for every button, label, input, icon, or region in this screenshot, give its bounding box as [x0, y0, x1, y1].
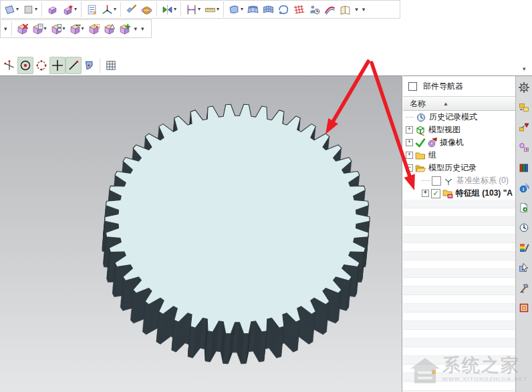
snap-intersection-toggle[interactable] [49, 57, 65, 74]
surface-button[interactable]: ▾ [227, 1, 245, 18]
tree-expander[interactable]: + [406, 126, 413, 134]
resource-bar-group [519, 82, 529, 93]
draft-body-button[interactable] [102, 20, 117, 37]
grid16-icon [105, 59, 117, 71]
swept-surface-button[interactable] [276, 1, 291, 18]
graphics-viewport[interactable] [0, 75, 402, 392]
tree-checkbox-unchecked[interactable] [432, 176, 441, 186]
through-curve-mesh-button[interactable] [261, 1, 276, 18]
name-column-header[interactable]: 名称 ▲ [403, 96, 515, 111]
toolbar-separator [100, 58, 101, 73]
surf-mesh-icon [263, 4, 274, 15]
measure-button[interactable]: ▾ [203, 1, 221, 18]
tree-item-label: 摄像机 [440, 137, 464, 148]
add-body-button[interactable] [117, 20, 132, 37]
pattern-feature-button[interactable]: ▾ [49, 20, 68, 37]
tree-expander[interactable]: + [422, 190, 429, 197]
toolbar-separator [180, 2, 182, 17]
toolbar-separator [41, 2, 43, 17]
flip-icon [162, 4, 173, 15]
toolbar1-overflow-dropdown[interactable]: ▾ [353, 6, 360, 13]
gear-model[interactable] [0, 76, 402, 392]
person-clock-icon [309, 4, 320, 15]
part-navigator-titlebar[interactable]: 部件导航器 [403, 76, 515, 96]
grid-snap-toggle[interactable] [103, 57, 119, 74]
isolate-feature-button[interactable] [86, 20, 102, 37]
surf-quarter-icon [229, 4, 240, 15]
sketch-in-task-button[interactable] [84, 1, 100, 18]
snap-center-point-toggle[interactable] [17, 57, 33, 74]
hd3d-tool-button[interactable] [307, 1, 322, 18]
cube-green-icon [415, 125, 426, 136]
snap-quadrant-point-toggle[interactable] [33, 57, 49, 74]
system-scenes-icon[interactable] [519, 303, 529, 313]
snap-point-on-curve-toggle[interactable] [65, 57, 82, 74]
render-style-button[interactable] [139, 1, 154, 18]
check-icon [415, 138, 426, 148]
snap-point-on-face-toggle[interactable] [82, 57, 98, 74]
toolbar2-options-dropdown[interactable]: ▾ [139, 25, 146, 32]
mirror-geometry-button[interactable]: ▾ [160, 1, 178, 18]
cube-list-icon [51, 23, 62, 35]
tree-item-feature-group[interactable]: +✓特征组 (103) "A [403, 187, 515, 200]
extrude-button[interactable] [45, 1, 60, 18]
constraint-navigator-icon[interactable] [519, 122, 529, 133]
tree-item-label: 特征组 (103) "A [456, 188, 513, 199]
feature-dimension-button[interactable]: ▾ [68, 20, 86, 37]
square-gray-icon [23, 4, 34, 15]
tree-checkbox-checked[interactable]: ✓ [431, 189, 440, 198]
display-mode-button[interactable]: ▾ [21, 1, 39, 18]
tree-item-model-views[interactable]: +模型视图 [403, 124, 515, 136]
snap-quad-icon [35, 59, 47, 71]
tree-expander[interactable]: + [406, 139, 413, 146]
csys-tree-icon [443, 176, 454, 186]
history-icon[interactable] [519, 222, 529, 233]
resource-bar-group [519, 222, 529, 233]
tree-item-groups[interactable]: +组 [403, 149, 515, 162]
toolbar2-overflow-dropdown[interactable]: ▾ [132, 25, 140, 32]
spine-curve-button[interactable] [322, 1, 338, 18]
panel-pin-icon [408, 82, 417, 91]
dropdown-arrow-icon: ▾ [82, 26, 84, 31]
tree-expander[interactable]: + [406, 152, 413, 159]
tree-expander[interactable]: − [406, 164, 413, 172]
notes-document-icon[interactable] [519, 202, 529, 213]
tree-item-cameras[interactable]: +摄像机 [403, 136, 515, 149]
prev-group-dropdown[interactable]: ▾ [2, 25, 9, 32]
tree-item-label: 组 [428, 150, 436, 161]
part-navigator-panel: 部件导航器 名称 ▲ 历史记录模式+模型视图+摄像机+组−模型历史记录基准坐标系… [403, 75, 515, 392]
datum-csys-button[interactable]: ▾ [100, 1, 118, 18]
dimension-button[interactable]: ▾ [184, 1, 203, 18]
design-roadmap-button[interactable] [338, 1, 353, 18]
tree-item-datum-csys[interactable]: 基准坐标系 (0) [403, 174, 515, 187]
tree-item-history-mode[interactable]: 历史记录模式 [403, 111, 515, 124]
process-studio-icon[interactable] [519, 262, 529, 273]
delete-face-button[interactable] [15, 20, 30, 37]
roles-navigator-icon[interactable] [519, 82, 529, 93]
feature-gallery-button[interactable]: ▾ [60, 1, 79, 18]
book-icon [340, 4, 351, 15]
system-materials-icon[interactable] [519, 242, 529, 253]
view-style-button[interactable]: ▾ [2, 1, 21, 18]
assembly-navigator-icon[interactable] [519, 102, 529, 113]
extrude-star-icon [62, 4, 74, 15]
snap-rotate-point-toggle[interactable] [1, 57, 17, 74]
ruled-surface-button[interactable] [245, 1, 261, 18]
reuse-library-icon[interactable] [519, 162, 529, 173]
toolbar1-options-dropdown[interactable]: ▾ [360, 6, 368, 13]
cube-x-icon [17, 23, 28, 35]
snap-point-toolbar [0, 56, 180, 75]
dropdown-arrow-icon: ▾ [74, 7, 77, 12]
manufacturing-wizard-icon[interactable] [519, 282, 529, 293]
snap-face-icon [84, 59, 96, 71]
cube-target-icon [88, 23, 100, 35]
resource-bar-dropdown-icon[interactable]: ▾ [523, 65, 526, 72]
deform-surface-button[interactable] [291, 1, 307, 18]
tree-item-label: 模型历史记录 [428, 162, 477, 174]
tree-item-model-history[interactable]: −模型历史记录 [403, 162, 515, 174]
copy-face-button[interactable]: ▾ [30, 20, 49, 37]
edit-object-display-button[interactable] [124, 1, 139, 18]
snap-line-icon [68, 59, 80, 71]
web-browser-icon[interactable]: i [519, 182, 529, 193]
part-navigator-icon[interactable] [519, 142, 529, 153]
